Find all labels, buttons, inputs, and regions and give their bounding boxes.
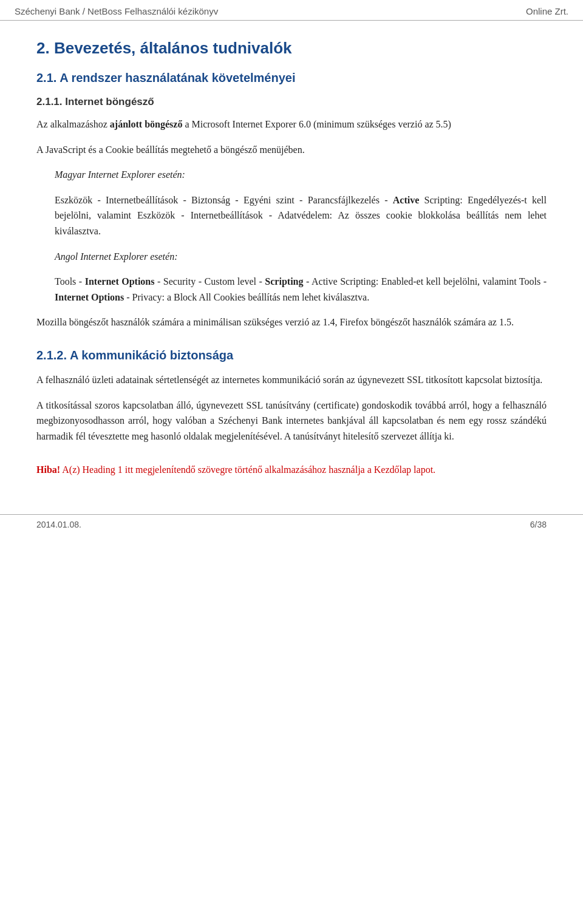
section-2-1-1-number: 2.1.1.	[36, 96, 63, 107]
page-footer: 2014.01.08. 6/38	[0, 514, 583, 534]
header-right-text: Online Zrt.	[526, 6, 568, 16]
magyar-ie-label-text: Magyar Internet Explorer esetén:	[55, 169, 185, 180]
section-2-1-1-title-text: Internet böngésző	[65, 96, 154, 107]
active-scripting-label: Active	[393, 195, 420, 205]
chapter-title-text: Bevezetés, általános tudnivalók	[54, 39, 292, 57]
header-left-text: Széchenyi Bank / NetBoss Felhasználói ké…	[15, 6, 218, 16]
internet-options-text-2: Internet Options	[55, 292, 124, 302]
para-javascript-cookie: A JavaScript és a Cookie beállítás megte…	[36, 142, 547, 158]
warning-box: Hiba! A(z) Heading 1 itt megjelenítendő …	[36, 456, 547, 478]
section-2-1-1-title: 2.1.1. Internet böngésző	[36, 96, 547, 108]
angol-ie-label: Angol Internet Explorer esetén:	[55, 249, 547, 265]
section-2-1-2-para1: A felhasználó üzleti adatainak sértetlen…	[36, 372, 547, 388]
angol-ie-label-text: Angol Internet Explorer esetén:	[55, 251, 177, 262]
footer-page: 6/38	[530, 520, 547, 529]
section-2-1-number: 2.1.	[36, 71, 56, 84]
section-2-1-2-para2: A titkosítással szoros kapcsolatban álló…	[36, 398, 547, 444]
angol-ie-body: Tools - Internet Options - Security - Cu…	[55, 274, 547, 305]
para-mozilla-firefox: Mozilla böngészőt használók számára a mi…	[36, 314, 547, 330]
para-browser-recommendation: Az alkalmazáshoz ajánlott böngésző a Mic…	[36, 117, 547, 132]
section-2-1-2-title: 2.1.2. A kommunikáció biztonsága	[36, 348, 547, 362]
magyar-ie-block: Magyar Internet Explorer esetén: Eszközö…	[55, 167, 547, 239]
main-content: 2. Bevezetés, általános tudnivalók 2.1. …	[0, 21, 583, 502]
bold-recommended: ajánlott böngésző	[110, 119, 183, 129]
warning-text: Hiba! A(z) Heading 1 itt megjelenítendő …	[36, 462, 547, 478]
magyar-ie-label: Magyar Internet Explorer esetén:	[55, 167, 547, 183]
scripting-text: Scripting	[265, 276, 303, 287]
section-2-1-2-number: 2.1.2.	[36, 348, 67, 362]
angol-ie-block: Angol Internet Explorer esetén: Tools - …	[55, 249, 547, 305]
section-2-1-title: 2.1. A rendszer használatának követelmén…	[36, 71, 547, 85]
internet-options-text-1: Internet Options	[85, 276, 155, 287]
chapter-number: 2.	[36, 39, 50, 57]
magyar-ie-body: Eszközök - Internetbeállítások - Biztons…	[55, 192, 547, 239]
footer-date: 2014.01.08.	[36, 520, 81, 529]
warning-prefix: Hiba!	[36, 464, 60, 475]
section-2-1-2: 2.1.2. A kommunikáció biztonsága A felha…	[36, 348, 547, 444]
warning-body: A(z) Heading 1 itt megjelenítendő szöveg…	[60, 464, 435, 475]
page-header: Széchenyi Bank / NetBoss Felhasználói ké…	[0, 0, 583, 21]
section-2-1-title-text: A rendszer használatának követelményei	[60, 71, 295, 84]
section-2-1-2-title-text: A kommunikáció biztonsága	[70, 348, 233, 362]
chapter-title: 2. Bevezetés, általános tudnivalók	[36, 39, 547, 58]
